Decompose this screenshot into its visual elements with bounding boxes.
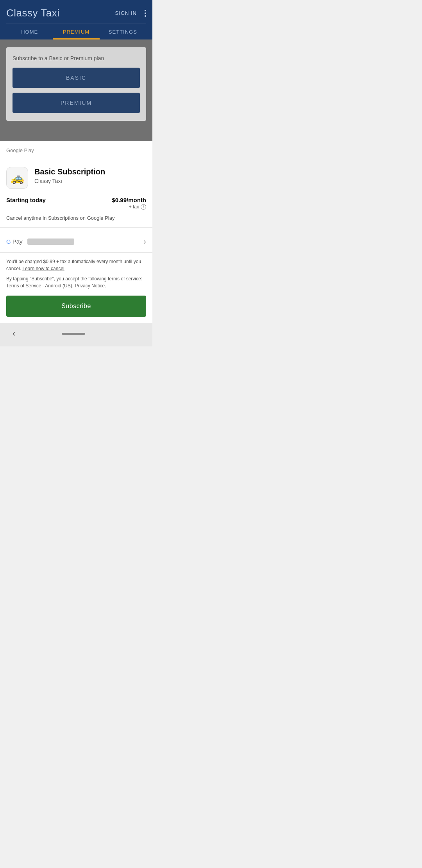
g-icon: G (6, 238, 11, 245)
app-title: Classy Taxi (6, 7, 60, 19)
subscribe-card-title: Subscribe to a Basic or Premium plan (13, 55, 140, 61)
tax-note: + tax i (112, 204, 146, 210)
starting-today-label: Starting today (6, 197, 46, 203)
bottom-nav-bar: ‹ (0, 323, 152, 346)
gpay-logo: G Pay (6, 238, 74, 245)
back-button[interactable]: ‹ (13, 328, 15, 339)
payment-row[interactable]: G Pay › (6, 234, 146, 252)
price-block: $0.99/month + tax i (112, 197, 146, 210)
tos-link[interactable]: Terms of Service - Android (US) (6, 283, 72, 289)
cancel-note: Cancel anytime in Subscriptions on Googl… (6, 215, 146, 221)
sign-in-button[interactable]: SIGN IN (115, 10, 137, 16)
info-icon[interactable]: i (141, 204, 146, 210)
google-play-sheet: Google Play 🚕 Basic Subscription Classy … (0, 141, 152, 323)
pricing-row: Starting today $0.99/month + tax i (6, 197, 146, 210)
legal-charge-note: You'll be charged $0.99 + tax automatica… (6, 258, 146, 272)
app-bar: Classy Taxi SIGN IN HOME PREMIUM SETTING… (0, 0, 152, 39)
card-mask (27, 239, 74, 245)
subscribe-button[interactable]: Subscribe (6, 296, 146, 317)
divider-1 (0, 159, 152, 159)
subscribe-card: Subscribe to a Basic or Premium plan BAS… (6, 47, 146, 121)
premium-plan-button[interactable]: PREMIUM (13, 93, 140, 113)
app-icon: 🚕 (6, 167, 28, 189)
tab-bar: HOME PREMIUM SETTINGS (6, 23, 146, 39)
google-play-label: Google Play (6, 147, 146, 153)
chevron-right-icon[interactable]: › (143, 237, 146, 246)
home-indicator (62, 333, 85, 335)
product-info: Basic Subscription Classy Taxi (34, 167, 105, 184)
product-name: Basic Subscription (34, 167, 105, 176)
privacy-link[interactable]: Privacy Notice (75, 283, 105, 289)
divider-3 (0, 252, 152, 253)
price-value: $0.99/month (112, 197, 146, 203)
terms-note-text: By tapping "Subscribe", you accept the f… (6, 276, 142, 282)
legal-terms-note: By tapping "Subscribe", you accept the f… (6, 275, 146, 289)
learn-cancel-link[interactable]: Learn how to cancel (22, 266, 64, 271)
pay-label: Pay (13, 238, 23, 245)
app-bar-actions: SIGN IN (115, 10, 146, 17)
tax-label: + tax (129, 204, 139, 210)
product-row: 🚕 Basic Subscription Classy Taxi (6, 167, 146, 189)
tab-home[interactable]: HOME (6, 23, 53, 39)
more-options-icon[interactable] (145, 10, 146, 17)
app-content-overlay: Subscribe to a Basic or Premium plan BAS… (0, 39, 152, 141)
product-app-name: Classy Taxi (34, 178, 105, 184)
basic-plan-button[interactable]: BASIC (13, 68, 140, 88)
tab-settings[interactable]: SETTINGS (100, 23, 146, 39)
tab-premium[interactable]: PREMIUM (53, 23, 99, 39)
divider-2 (0, 227, 152, 228)
